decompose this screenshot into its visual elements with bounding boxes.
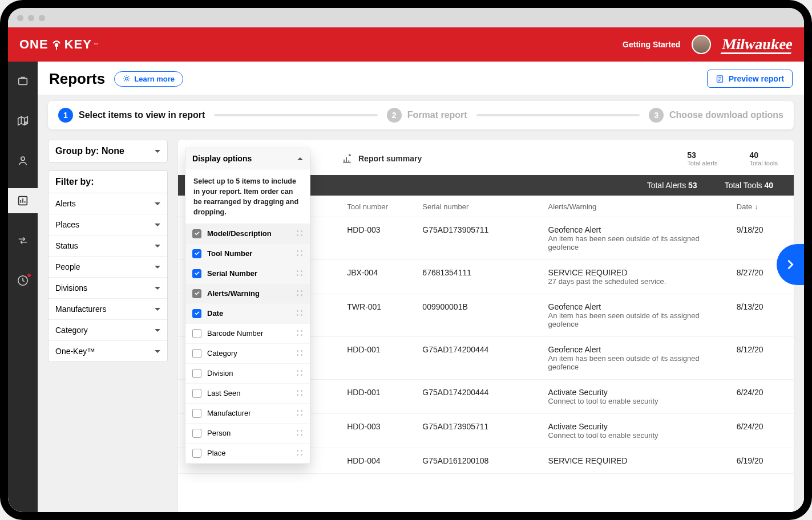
nav-transfer[interactable]	[8, 228, 38, 253]
page-header: Reports Learn more Preview report	[38, 62, 804, 95]
step-separator	[214, 114, 377, 116]
drag-handle-icon[interactable]	[297, 410, 303, 416]
app: ONE KEY ™ Getting Started	[8, 27, 804, 512]
user-avatar[interactable]	[692, 35, 711, 54]
chevron-down-icon	[155, 224, 160, 226]
drag-handle-icon[interactable]	[297, 310, 303, 316]
nav-people[interactable]	[8, 148, 38, 173]
display-option-label: Model/Description	[207, 229, 291, 238]
filter-item[interactable]: Places	[49, 214, 167, 235]
th-date[interactable]: Date ↓	[731, 196, 794, 217]
cell-tool: HDD-003	[341, 414, 417, 448]
step-3[interactable]: 3 Choose download options	[649, 108, 783, 123]
logo-text-right: KEY	[64, 37, 92, 52]
cell-date: 6/19/20	[731, 448, 794, 474]
content-area: Group by: None Filter by: AlertsPlacesSt…	[38, 140, 804, 512]
display-option-label: Tool Number	[207, 249, 291, 258]
stats: 53 Total alerts 40 Total tools	[687, 151, 783, 166]
nav-alerts[interactable]	[8, 268, 38, 293]
chart-icon	[341, 153, 353, 164]
nav-tools[interactable]	[8, 68, 38, 94]
drag-handle-icon[interactable]	[297, 430, 303, 436]
checkbox-icon	[192, 389, 201, 398]
filter-item[interactable]: Category	[49, 320, 167, 341]
th-tool[interactable]: Tool number	[341, 196, 417, 217]
display-option-label: Place	[207, 449, 291, 457]
display-options-dropdown-header[interactable]: Display options	[185, 148, 310, 169]
filter-item[interactable]: People	[49, 257, 167, 278]
cell-serial: G75AD173905711	[417, 217, 542, 260]
drag-handle-icon[interactable]	[297, 250, 303, 257]
checkbox-icon	[192, 309, 201, 318]
filter-item[interactable]: Divisions	[49, 278, 167, 299]
checkbox-icon	[192, 369, 201, 378]
filter-item-label: One-Key™	[55, 347, 95, 356]
display-option-item[interactable]: Last Seen	[185, 384, 310, 404]
svg-point-3	[25, 122, 27, 124]
filter-item-label: Places	[55, 220, 79, 229]
cell-tool: JBX-004	[341, 260, 417, 294]
cell-alerts: Geofence Alert An item has been seen out…	[543, 337, 731, 380]
th-alerts[interactable]: Alerts/Warning	[543, 196, 731, 217]
display-option-item[interactable]: Division	[185, 364, 310, 384]
step-1-num: 1	[58, 108, 73, 123]
filter-item-label: People	[55, 262, 80, 271]
drag-handle-icon[interactable]	[297, 330, 303, 336]
display-option-label: Category	[207, 349, 291, 358]
cell-date: 8/12/20	[731, 337, 794, 380]
chevron-up-icon	[297, 157, 303, 160]
nav-places[interactable]	[8, 108, 38, 133]
svg-rect-1	[56, 46, 57, 50]
step-2[interactable]: 2 Format report	[387, 108, 467, 123]
preview-report-button[interactable]: Preview report	[707, 70, 793, 88]
filter-item-label: Category	[55, 326, 88, 335]
cell-date: 6/24/20	[731, 414, 794, 448]
display-option-item[interactable]: Place	[185, 444, 310, 464]
drag-handle-icon[interactable]	[297, 350, 303, 356]
cell-alerts: Geofence Alert An item has been seen out…	[543, 217, 731, 260]
stat-tools-label: Total tools	[749, 160, 778, 166]
display-option-item[interactable]: Alerts/Warning	[185, 284, 310, 304]
filter-item[interactable]: Manufacturers	[49, 299, 167, 320]
group-by-dropdown[interactable]: Group by: None	[48, 140, 168, 162]
step-1[interactable]: 1 Select items to view in report	[58, 108, 205, 123]
th-serial[interactable]: Serial number	[417, 196, 542, 217]
filter-item[interactable]: Status	[49, 235, 167, 257]
svg-rect-2	[19, 78, 27, 84]
filter-item[interactable]: One-Key™	[49, 341, 167, 361]
display-option-item[interactable]: Category	[185, 344, 310, 364]
drag-handle-icon[interactable]	[297, 450, 303, 456]
logo-text-left: ONE	[19, 37, 49, 52]
getting-started-link[interactable]: Getting Started	[623, 40, 680, 49]
display-option-item[interactable]: Date	[185, 304, 310, 324]
nav-reports[interactable]	[8, 188, 38, 213]
display-option-item[interactable]: Person	[185, 424, 310, 444]
device-screen: ONE KEY ™ Getting Started	[8, 8, 804, 512]
drag-handle-icon[interactable]	[297, 290, 303, 296]
checkbox-icon	[192, 449, 201, 458]
cell-serial: G75AD161200108	[417, 448, 542, 474]
display-option-item[interactable]: Barcode Number	[185, 324, 310, 344]
display-options-instructions: Select up to 5 items to include in your …	[185, 169, 310, 224]
display-option-item[interactable]: Model/Description	[185, 224, 310, 244]
chevron-down-icon	[155, 308, 160, 311]
display-option-item[interactable]: Manufacturer	[185, 404, 310, 424]
drag-handle-icon[interactable]	[297, 230, 303, 237]
drag-handle-icon[interactable]	[297, 390, 303, 396]
learn-more-button[interactable]: Learn more	[114, 71, 183, 87]
display-option-label: Division	[207, 369, 291, 377]
display-option-item[interactable]: Serial Number	[185, 264, 310, 284]
stat-tools-num: 40	[749, 151, 778, 160]
chrome-dot	[39, 15, 45, 21]
chevron-down-icon	[155, 245, 160, 247]
steps-card: 1 Select items to view in report 2 Forma…	[48, 101, 794, 129]
stat-tools: 40 Total tools	[749, 151, 778, 166]
display-options-dropdown: Display options Select up to 5 items to …	[185, 148, 310, 464]
alert-badge-dot	[27, 274, 31, 277]
drag-handle-icon[interactable]	[297, 270, 303, 277]
filter-item[interactable]: Alerts	[49, 193, 167, 214]
filter-item-label: Manufacturers	[55, 304, 106, 314]
drag-handle-icon[interactable]	[297, 370, 303, 376]
display-option-item[interactable]: Tool Number	[185, 244, 310, 264]
chrome-dot	[28, 15, 34, 21]
